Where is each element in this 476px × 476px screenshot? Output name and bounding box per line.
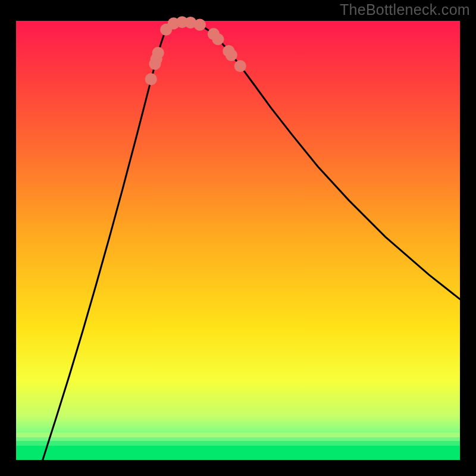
data-dot <box>194 19 206 31</box>
data-dot <box>152 47 164 59</box>
bottleneck-curve <box>43 21 460 460</box>
data-dot <box>145 73 157 85</box>
data-dot <box>226 49 237 61</box>
curve-layer <box>0 0 476 476</box>
watermark-text: TheBottleneck.com <box>340 1 470 18</box>
chart-frame: TheBottleneck.com <box>0 0 476 476</box>
data-dot <box>234 60 246 72</box>
data-dot <box>212 33 224 45</box>
